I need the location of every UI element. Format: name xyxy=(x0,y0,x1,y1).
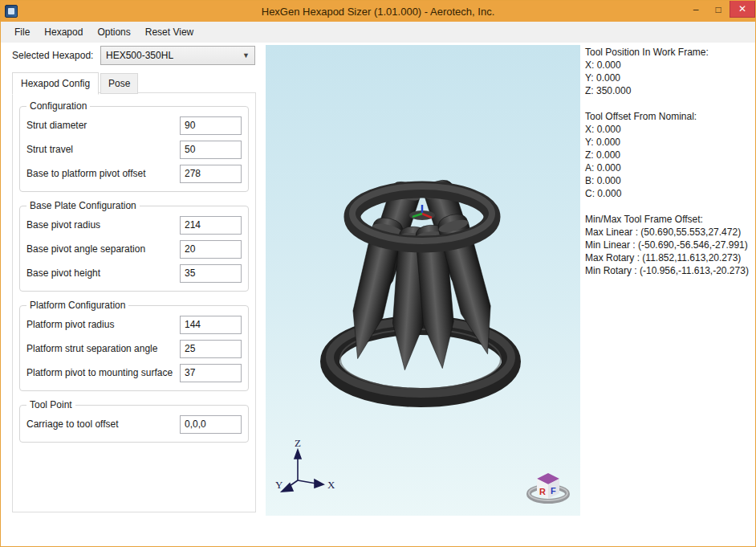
group-platform-configuration: Platform Configuration Platform pivot ra… xyxy=(19,300,249,391)
field-row: Platform pivot to mounting surface xyxy=(26,361,242,385)
field-row: Carriage to tool offset xyxy=(26,412,242,436)
info-line: Y: 0.000 xyxy=(585,136,752,149)
carriage-tool-offset-input[interactable] xyxy=(180,415,242,434)
axis-y-label: Y xyxy=(275,479,283,491)
hexapod-model: Z Y X R F xyxy=(266,45,580,516)
field-label: Carriage to tool offset xyxy=(26,418,180,430)
strut-diameter-input[interactable] xyxy=(180,116,242,135)
field-row: Base to platform pivot offset xyxy=(26,161,242,186)
axis-z-label: Z xyxy=(295,437,301,449)
hexapod-dropdown[interactable]: HEX500-350HL ▼ xyxy=(100,46,255,65)
info-line: A: 0.000 xyxy=(585,161,752,174)
group-configuration: Configuration Strut diameter Strut trave… xyxy=(19,100,249,192)
selected-hexapod-label: Selected Hexapod: xyxy=(12,50,93,61)
rf-logo: R F xyxy=(529,473,567,501)
strut-travel-input[interactable] xyxy=(180,141,242,159)
titlebar: HexGen Hexapod Sizer (1.01.000) - Aerote… xyxy=(1,1,755,22)
tool-position-section: Tool Position In Work Frame: X: 0.000 Y:… xyxy=(585,46,752,97)
info-line: Z: 0.000 xyxy=(585,149,752,161)
info-line: B: 0.000 xyxy=(585,174,752,187)
field-label: Platform strut separation angle xyxy=(26,343,180,354)
axis-triad: Z Y X xyxy=(275,437,335,492)
info-line: Z: 350.000 xyxy=(585,84,752,97)
menu-bar: File Hexapod Options Reset View xyxy=(1,22,755,43)
minmax-section: Min/Max Tool Frame Offset: Max Linear : … xyxy=(585,213,752,277)
info-panel: Tool Position In Work Frame: X: 0.000 Y:… xyxy=(585,46,752,290)
info-line: Max Linear : (50.690,55.553,27.472) xyxy=(585,226,752,239)
info-line: Min Linear : (-50.690,-56.546,-27.991) xyxy=(585,239,752,251)
app-window: HexGen Hexapod Sizer (1.01.000) - Aerote… xyxy=(0,0,756,547)
group-title: Base Plate Configuration xyxy=(26,200,140,211)
app-icon[interactable] xyxy=(5,5,18,18)
group-title: Configuration xyxy=(26,100,90,112)
tab-pose[interactable]: Pose xyxy=(100,73,138,94)
field-label: Platform pivot to mounting surface xyxy=(26,367,180,378)
field-label: Base pivot radius xyxy=(26,219,180,231)
close-button[interactable]: ✕ xyxy=(730,1,755,18)
info-line: Max Rotary : (11.852,11.613,20.273) xyxy=(585,251,752,264)
base-pivot-height-input[interactable] xyxy=(180,264,242,283)
platform-pivot-mounting-surface-input[interactable] xyxy=(180,364,242,382)
menu-file[interactable]: File xyxy=(7,23,37,41)
tab-strip: Hexapod Config Pose xyxy=(12,71,140,94)
logo-letter-f: F xyxy=(551,486,556,496)
field-row: Strut diameter xyxy=(26,113,242,137)
tool-offset-section: Tool Offset From Nominal: X: 0.000 Y: 0.… xyxy=(585,110,752,200)
info-line: X: 0.000 xyxy=(585,59,752,71)
group-base-plate-configuration: Base Plate Configuration Base pivot radi… xyxy=(19,200,249,292)
base-pivot-radius-input[interactable] xyxy=(180,216,242,235)
field-row: Base pivot radius xyxy=(26,213,242,237)
field-row: Platform pivot radius xyxy=(26,312,242,337)
menu-options[interactable]: Options xyxy=(90,23,137,41)
info-line: Y: 0.000 xyxy=(585,71,752,84)
field-row: Strut travel xyxy=(26,137,242,161)
base-pivot-angle-separation-input[interactable] xyxy=(180,240,242,259)
viewport-3d[interactable]: Z Y X R F xyxy=(266,45,580,516)
platform-strut-separation-angle-input[interactable] xyxy=(180,340,242,358)
info-line: X: 0.000 xyxy=(585,123,752,136)
field-label: Strut travel xyxy=(26,144,180,155)
section-title: Tool Position In Work Frame: xyxy=(585,46,752,59)
field-label: Base pivot height xyxy=(26,267,180,279)
field-label: Platform pivot radius xyxy=(26,319,180,330)
section-title: Tool Offset From Nominal: xyxy=(585,110,752,123)
group-tool-point: Tool Point Carriage to tool offset xyxy=(19,399,249,443)
hexapod-config-panel: Configuration Strut diameter Strut trave… xyxy=(12,92,256,512)
chevron-down-icon: ▼ xyxy=(242,51,250,59)
field-label: Base pivot angle separation xyxy=(26,243,180,255)
field-row: Base pivot height xyxy=(26,261,242,285)
logo-letter-r: R xyxy=(539,487,546,496)
tab-hexapod-config[interactable]: Hexapod Config xyxy=(12,72,99,95)
info-line: C: 0.000 xyxy=(585,187,752,200)
field-label: Base to platform pivot offset xyxy=(26,168,180,179)
group-title: Platform Configuration xyxy=(26,300,128,311)
axis-x-label: X xyxy=(327,479,335,491)
minimize-button[interactable]: – xyxy=(685,1,707,18)
maximize-button[interactable]: □ xyxy=(707,1,730,18)
info-line: Min Rotary : (-10.956,-11.613,-20.273) xyxy=(585,264,752,277)
platform-pivot-radius-input[interactable] xyxy=(180,316,242,334)
menu-hexapod[interactable]: Hexapod xyxy=(37,23,90,41)
field-row: Base pivot angle separation xyxy=(26,237,242,261)
window-title: HexGen Hexapod Sizer (1.01.000) - Aerote… xyxy=(1,6,755,18)
base-platform-pivot-offset-input[interactable] xyxy=(180,165,242,183)
section-title: Min/Max Tool Frame Offset: xyxy=(585,213,752,226)
menu-reset-view[interactable]: Reset View xyxy=(138,23,201,41)
hexapod-dropdown-value: HEX500-350HL xyxy=(106,50,173,61)
field-label: Strut diameter xyxy=(26,120,180,131)
group-title: Tool Point xyxy=(26,399,75,410)
field-row: Platform strut separation angle xyxy=(26,337,242,361)
